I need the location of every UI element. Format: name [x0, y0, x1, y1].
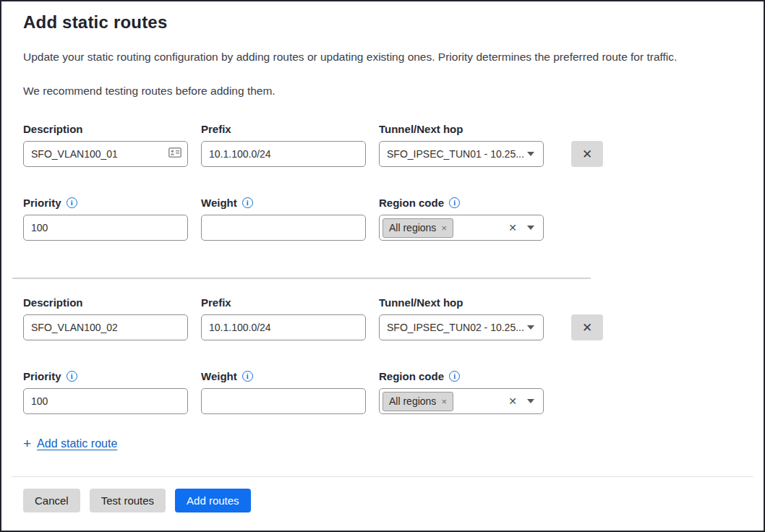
remove-route-button[interactable]: ✕ — [571, 141, 603, 167]
prefix-input[interactable] — [201, 141, 366, 167]
priority-input[interactable] — [23, 215, 188, 241]
region-label: Region code i — [379, 195, 544, 210]
chevron-down-icon — [527, 152, 534, 156]
test-routes-button[interactable]: Test routes — [90, 489, 166, 512]
region-tag: All regions × — [382, 218, 453, 238]
add-static-routes-dialog: Add static routes Update your static rou… — [0, 0, 765, 532]
tunnel-select[interactable]: SFO_IPSEC_TUN02 - 10.25... — [379, 314, 544, 340]
section-divider — [12, 278, 591, 279]
intro-text: Update your static routing configuration… — [23, 51, 742, 64]
cancel-button[interactable]: Cancel — [23, 489, 80, 512]
priority-label: Priority i — [23, 195, 188, 210]
description-field-group: Description — [23, 295, 188, 340]
weight-label: Weight i — [201, 195, 366, 210]
remove-route-button[interactable]: ✕ — [571, 314, 603, 340]
recommendation-text: We recommend testing routes before addin… — [23, 85, 742, 98]
close-icon: ✕ — [582, 320, 592, 335]
remove-tag-icon[interactable]: × — [441, 223, 447, 233]
prefix-input[interactable] — [201, 314, 366, 340]
region-field-group: Region code i All regions × ✕ — [379, 195, 544, 241]
weight-label: Weight i — [201, 369, 366, 384]
add-routes-button[interactable]: Add routes — [175, 489, 251, 512]
region-multiselect[interactable]: All regions × ✕ — [379, 388, 544, 414]
add-static-route-label: Add static route — [37, 437, 117, 450]
tunnel-select-value: SFO_IPSEC_TUN01 - 10.25... — [387, 148, 524, 160]
description-label: Description — [23, 295, 188, 310]
tunnel-field-group: Tunnel/Next hop SFO_IPSEC_TUN01 - 10.25.… — [379, 121, 544, 167]
priority-field-group: Priority i — [23, 195, 188, 241]
weight-field-group: Weight i — [201, 369, 366, 414]
prefix-field-group: Prefix — [201, 295, 366, 340]
priority-label: Priority i — [23, 369, 188, 384]
chevron-down-icon — [527, 399, 534, 403]
region-label: Region code i — [379, 369, 544, 384]
description-input[interactable] — [23, 141, 188, 167]
description-label: Description — [23, 121, 188, 137]
tunnel-label: Tunnel/Next hop — [379, 121, 544, 137]
tunnel-label: Tunnel/Next hop — [379, 295, 544, 310]
tunnel-field-group: Tunnel/Next hop SFO_IPSEC_TUN02 - 10.25.… — [379, 295, 544, 340]
priority-input[interactable] — [23, 388, 188, 414]
description-field-group: Description — [23, 121, 188, 167]
route-group-1: Description — [23, 121, 742, 241]
clear-selection-icon[interactable]: ✕ — [508, 222, 517, 233]
region-multiselect[interactable]: All regions × ✕ — [379, 215, 544, 241]
footer-actions: Cancel Test routes Add routes — [23, 489, 742, 512]
prefix-label: Prefix — [201, 295, 366, 310]
region-tag-label: All regions — [389, 395, 436, 407]
info-icon[interactable]: i — [242, 197, 253, 208]
route-group-2: Description Prefix Tunnel/Next hop SFO_I… — [23, 295, 742, 414]
remove-tag-icon[interactable]: × — [441, 396, 447, 407]
description-input[interactable] — [23, 314, 188, 340]
tunnel-select[interactable]: SFO_IPSEC_TUN01 - 10.25... — [379, 141, 544, 167]
plus-icon: + — [23, 437, 31, 450]
region-tag: All regions × — [382, 392, 453, 411]
clear-selection-icon[interactable]: ✕ — [508, 395, 517, 407]
footer-divider — [12, 476, 753, 477]
weight-input[interactable] — [201, 215, 366, 241]
info-icon[interactable]: i — [449, 371, 460, 382]
region-field-group: Region code i All regions × ✕ — [379, 369, 544, 414]
chevron-down-icon — [527, 226, 534, 230]
info-icon[interactable]: i — [67, 197, 77, 208]
weight-input[interactable] — [201, 388, 366, 414]
static-routes-form: Description — [23, 121, 742, 450]
info-icon[interactable]: i — [449, 197, 460, 208]
priority-field-group: Priority i — [23, 369, 188, 414]
chevron-down-icon — [527, 325, 534, 330]
info-icon[interactable]: i — [67, 371, 77, 382]
tunnel-select-value: SFO_IPSEC_TUN02 - 10.25... — [387, 322, 524, 333]
prefix-field-group: Prefix — [201, 121, 366, 167]
info-icon[interactable]: i — [242, 371, 253, 382]
region-tag-label: All regions — [389, 222, 436, 233]
prefix-label: Prefix — [201, 121, 366, 137]
page-title: Add static routes — [23, 12, 742, 33]
add-static-route-link[interactable]: + Add static route — [23, 437, 117, 450]
weight-field-group: Weight i — [201, 195, 366, 241]
close-icon: ✕ — [582, 147, 592, 162]
